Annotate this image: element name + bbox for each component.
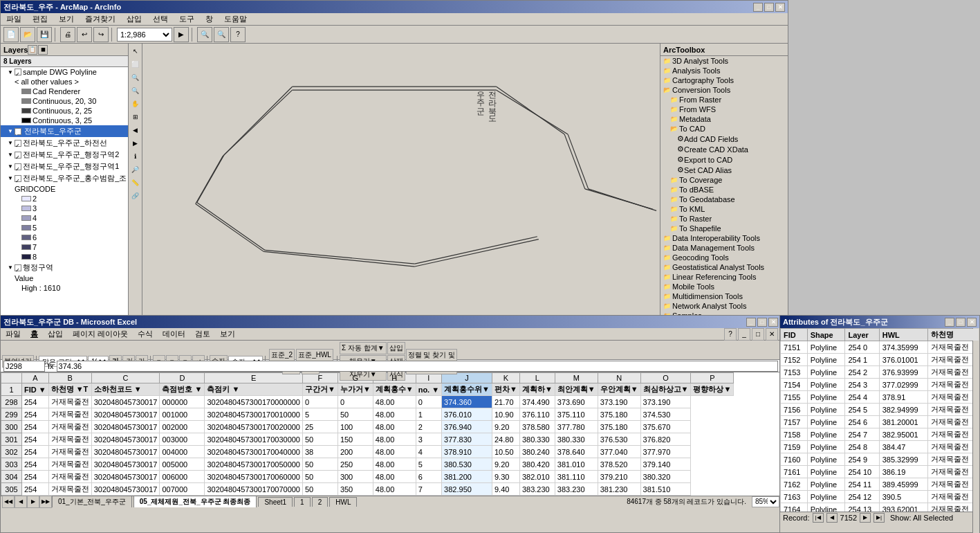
std-format-btn[interactable]: 표준_2 [269,349,295,361]
excel-name-box[interactable] [3,361,45,372]
expand-icon-region[interactable]: ▼ [8,264,13,271]
menu-selection[interactable]: 선택 [150,14,171,24]
col-C[interactable]: C [91,373,160,383]
map-area[interactable]: 전라북도우주군 [142,44,660,320]
layer-other-values[interactable]: < all other values > [1,77,128,87]
expand-icon[interactable]: ▼ [8,69,13,75]
sheet-nav-left2[interactable]: ◀ [15,496,27,508]
attr-close[interactable]: ✕ [967,318,977,327]
attr-col-shape[interactable]: Shape [807,329,845,341]
list-item[interactable]: 7152Polyline254 1376.01001거재목줄전 [781,354,979,366]
list-item[interactable]: 7161Polyline254 10386.19거재목줄전 [781,466,979,478]
tool-geostatistical[interactable]: 📁 Geostatistical Analyst Tools [660,262,788,272]
excel-minimize2[interactable]: _ [738,328,750,341]
excel-maximize[interactable]: □ [757,318,767,327]
zoom-out-button[interactable]: 🔍 [214,27,229,42]
table-row[interactable]: 304254거재목줄전30204804573001700600030204804… [1,471,734,483]
help-button[interactable]: ? [230,27,246,42]
list-item[interactable]: 7153Polyline254 2376.93999거재목줄전 [781,366,979,379]
table-row[interactable]: 303254거재목줄전30204804573001700500030204804… [1,458,734,471]
sheet-tab-hwl[interactable]: HWL [329,497,357,507]
list-item[interactable]: 7162Polyline254 11389.45999거재목줄전 [781,478,979,491]
col-O[interactable]: O [640,373,691,383]
layer-admin2[interactable]: ▼ 전라북도_우주군_행정구역2 [1,149,128,161]
tool-hyperlink[interactable]: 🔗 [129,190,142,202]
tool-find[interactable]: 🔎 [129,163,142,176]
sheet-nav-right2[interactable]: ▶▶ [39,496,52,508]
tool-create-cad[interactable]: ⚙ Create CAD XData [660,144,788,154]
layer-grid3[interactable]: 3 [1,204,128,213]
print-button[interactable]: 🖨 [60,27,75,42]
tool-zoom-in[interactable]: 🔍 [129,71,142,84]
list-item[interactable]: 7151Polyline254 0374.35999거재목줄전 [781,341,979,354]
tool-analysis[interactable]: 📁 Analysis Tools [660,66,788,75]
list-item[interactable]: 7154Polyline254 3377.02999거재목줄전 [781,379,979,391]
tool-3d[interactable]: 📁 3D Analyst Tools [660,56,788,66]
save-button[interactable]: 💾 [37,27,52,42]
excel-menu-file[interactable]: 파일 [3,329,23,339]
menu-bookmarks[interactable]: 즐겨찾기 [82,14,118,24]
list-item[interactable]: 7159Polyline254 8384.47거재목줄전 [781,441,979,453]
table-row[interactable]: 298254거재목줄전30204804573001700000030204804… [1,396,734,408]
tool-data-mgmt[interactable]: 📁 Data Management Tools [660,243,788,253]
sum-btn[interactable]: Σ 자동 합계▼ [340,342,387,354]
excel-help-btn[interactable]: ? [724,328,737,341]
list-item[interactable]: 7157Polyline254 6381.20001거재목줄전 [781,416,979,428]
menu-help[interactable]: 도움말 [221,14,250,24]
list-item[interactable]: 7163Polyline254 12390.5거재목줄전 [781,491,979,503]
excel-menu-review[interactable]: 검토 [193,329,212,339]
tool-pan[interactable]: ✋ [129,98,142,110]
tool-arrow[interactable]: ↖ [129,45,142,57]
table-row[interactable]: 301254거재목줄전30204804573001700300030204804… [1,433,734,446]
sheet-nav-left[interactable]: ◀◀ [2,496,15,508]
sheet-tab-3[interactable]: Sheet1 [258,497,293,507]
tool-identify[interactable]: ℹ [129,150,142,163]
tool-from-wfs[interactable]: 📁 From WFS [660,105,788,114]
col-P[interactable]: P [691,373,734,383]
menu-window[interactable]: 창 [203,14,216,24]
tool-measure[interactable]: 📏 [129,177,142,189]
tool-mobile[interactable]: 📁 Mobile Tools [660,282,788,291]
tool-zoom-out[interactable]: 🔍 [129,84,142,97]
tool-from-raster[interactable]: 📁 From Raster [660,95,788,105]
col-K[interactable]: K [492,373,520,383]
attr-prev[interactable]: ◀ [826,513,838,523]
layer-gridcode[interactable]: GRIDCODE [1,184,128,194]
col-N[interactable]: N [598,373,640,383]
tool-select[interactable]: ⬜ [129,58,142,71]
checkbox-admin2[interactable] [15,152,21,159]
excel-menu-page-layout[interactable]: 페이지 레이아웃 [71,329,130,339]
menu-insert[interactable]: 삽입 [124,14,145,24]
tool-to-geodatabase[interactable]: 📁 To Geodatabase [660,195,788,204]
excel-minimize[interactable]: _ [746,318,756,327]
col-M[interactable]: M [555,373,598,383]
tool-linear-ref[interactable]: 📁 Linear Referencing Tools [660,272,788,282]
sheet-nav-right[interactable]: ▶ [27,496,39,508]
tool-export-cad[interactable]: ⚙ Export to CAD [660,154,788,165]
excel-menu-home[interactable]: 홈 [28,329,40,339]
layer-admin-region[interactable]: ▼ 행정구역 [1,262,128,273]
layer-admin1[interactable]: ▼ 전라북도_우주군_행정구역1 [1,161,128,172]
col-J[interactable]: J [442,373,492,383]
checkbox-admin1[interactable] [15,163,21,170]
checkbox-sample[interactable] [15,69,21,75]
layer-continuous2[interactable]: Continuous, 2, 25 [1,106,128,116]
table-row[interactable]: 299254거재목줄전30204804573001700100030204804… [1,408,734,421]
undo-button[interactable]: ↩ [77,27,92,42]
attr-next[interactable]: ▶ [860,513,871,523]
expand-icon-admin1[interactable]: ▼ [8,163,13,170]
attr-minimize[interactable]: _ [945,318,954,327]
layer-continuous1[interactable]: Continuous, 20, 30 [1,96,128,106]
checkbox-jeonbuk[interactable] [15,128,21,135]
layer-grid4[interactable]: 4 [1,213,128,223]
col-E[interactable]: E [205,373,303,383]
layer-cad-renderer[interactable]: Cad Renderer [1,87,128,96]
tool-to-shapefile[interactable]: 📁 To Shapefile [660,224,788,233]
list-item[interactable]: 7156Polyline254 5382.94999거재목줄전 [781,404,979,416]
layer-jeonbuk-line[interactable]: ▼ 전라북도_우주군_하전선 [1,137,128,149]
tool-to-dbase[interactable]: 📁 To dBASE [660,185,788,195]
expand-icon-admin2[interactable]: ▼ [8,152,13,158]
zoom-combo[interactable]: 85% [752,496,779,507]
col-F[interactable]: F [302,373,338,383]
tool-multidimension[interactable]: 📁 Multidimension Tools [660,291,788,301]
